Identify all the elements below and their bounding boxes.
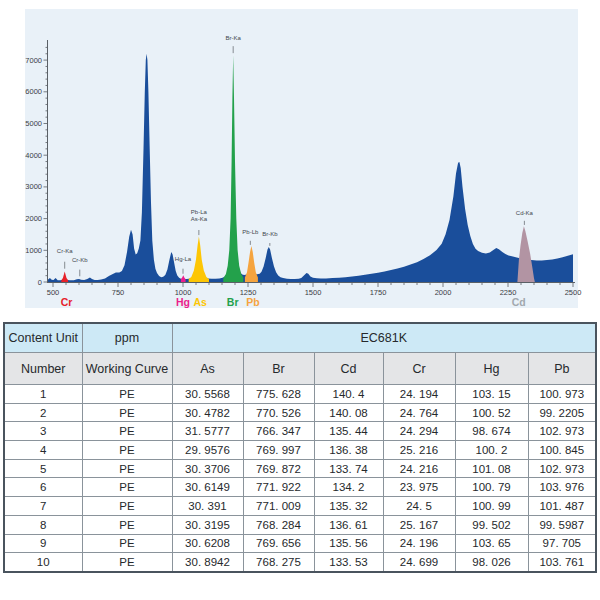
table-row: 4PE29. 9576769. 997136. 3825. 216100. 21… bbox=[4, 441, 596, 460]
y-tick-label: 1000 bbox=[25, 246, 42, 255]
table-cell: 24. 294 bbox=[383, 422, 455, 441]
table-cell: 1 bbox=[4, 385, 82, 404]
table-head: Content UnitppmEC681KNumberWorking Curve… bbox=[4, 323, 596, 385]
peak-label: Pb-La bbox=[191, 209, 208, 215]
table-row: 9PE30. 6208769. 656135. 5624. 196103. 65… bbox=[4, 534, 596, 553]
table-cell: 25. 167 bbox=[383, 515, 455, 534]
table-cell: 103. 976 bbox=[528, 478, 596, 497]
table-body: 1PE30. 5568775. 628140. 424. 194103. 151… bbox=[4, 385, 596, 572]
table-cell: 775. 628 bbox=[243, 385, 314, 404]
table-cell: 30. 4782 bbox=[172, 403, 243, 422]
column-header-cell: Number bbox=[4, 353, 82, 385]
table-cell: 768. 275 bbox=[243, 553, 314, 572]
table-cell: 30. 391 bbox=[172, 497, 243, 516]
table-cell: 100. 99 bbox=[455, 497, 528, 516]
table-cell: 24. 5 bbox=[383, 497, 455, 516]
table-cell: PE bbox=[82, 403, 172, 422]
table-cell: 103. 15 bbox=[455, 385, 528, 404]
table-cell: 30. 3706 bbox=[172, 459, 243, 478]
table-cell: 766. 347 bbox=[243, 422, 314, 441]
table-cell: 29. 9576 bbox=[172, 441, 243, 460]
table-cell: 136. 38 bbox=[314, 441, 383, 460]
table-cell: 24. 216 bbox=[383, 459, 455, 478]
element-label: Cr bbox=[61, 296, 73, 308]
table-cell: 9 bbox=[4, 534, 82, 553]
table-cell: 769. 997 bbox=[243, 441, 314, 460]
table-cell: 768. 284 bbox=[243, 515, 314, 534]
table-cell: PE bbox=[82, 441, 172, 460]
table-cell: 100. 52 bbox=[455, 403, 528, 422]
column-header-cell: Pb bbox=[528, 353, 596, 385]
table-cell: 769. 656 bbox=[243, 534, 314, 553]
y-tick-label: 6000 bbox=[25, 87, 42, 96]
table-cell: 8 bbox=[4, 515, 82, 534]
peak-label: Hg-La bbox=[175, 256, 192, 262]
x-tick-label: 750 bbox=[112, 288, 125, 297]
peak-label: Pb-Lb bbox=[242, 229, 259, 235]
table-row: 3PE31. 5777766. 347135. 4424. 29498. 674… bbox=[4, 422, 596, 441]
y-tick-label: 7000 bbox=[25, 56, 42, 65]
y-tick-label: 0 bbox=[38, 278, 42, 287]
element-label: As bbox=[193, 296, 207, 308]
element-label: Hg bbox=[176, 296, 190, 308]
table-cell: 24. 764 bbox=[383, 403, 455, 422]
table-cell: 30. 5568 bbox=[172, 385, 243, 404]
table-cell: PE bbox=[82, 385, 172, 404]
results-table-container: Content UnitppmEC681KNumberWorking Curve… bbox=[3, 322, 597, 573]
table-cell: 24. 699 bbox=[383, 553, 455, 572]
x-tick-label: 500 bbox=[47, 288, 60, 297]
table-cell: 769. 872 bbox=[243, 459, 314, 478]
table-cell: 24. 194 bbox=[383, 385, 455, 404]
column-header-cell: Working Curve bbox=[82, 353, 172, 385]
table-cell: 103. 65 bbox=[455, 534, 528, 553]
table-row: 1PE30. 5568775. 628140. 424. 194103. 151… bbox=[4, 385, 596, 404]
header-row-columns: NumberWorking CurveAsBrCdCrHgPb bbox=[4, 353, 596, 385]
table-cell: 10 bbox=[4, 553, 82, 572]
table-cell: 4 bbox=[4, 441, 82, 460]
peak-label: Cr-Ka bbox=[57, 248, 73, 254]
y-tick-label: 3000 bbox=[25, 182, 42, 191]
column-header-cell: Hg bbox=[455, 353, 528, 385]
xrf-report-page: 0100020003000400050006000700050075010001… bbox=[0, 0, 600, 600]
table-cell: 24. 196 bbox=[383, 534, 455, 553]
table-cell: 101. 08 bbox=[455, 459, 528, 478]
table-cell: 133. 53 bbox=[314, 553, 383, 572]
table-cell: 771. 009 bbox=[243, 497, 314, 516]
header-cell: EC681K bbox=[172, 323, 596, 353]
table-cell: 5 bbox=[4, 459, 82, 478]
table-cell: 771. 922 bbox=[243, 478, 314, 497]
table-cell: 100. 973 bbox=[528, 385, 596, 404]
table-cell: 100. 2 bbox=[455, 441, 528, 460]
table-cell: 135. 32 bbox=[314, 497, 383, 516]
peak-label: Cr-Kb bbox=[72, 257, 88, 263]
results-table: Content UnitppmEC681KNumberWorking Curve… bbox=[3, 322, 597, 573]
table-cell: 97. 705 bbox=[528, 534, 596, 553]
table-cell: 99. 5987 bbox=[528, 515, 596, 534]
table-cell: 140. 08 bbox=[314, 403, 383, 422]
table-cell: 133. 74 bbox=[314, 459, 383, 478]
table-row: 10PE30. 8942768. 275133. 5324. 69998. 02… bbox=[4, 553, 596, 572]
table-cell: 30. 8942 bbox=[172, 553, 243, 572]
table-cell: 100. 79 bbox=[455, 478, 528, 497]
table-cell: 99. 2205 bbox=[528, 403, 596, 422]
table-cell: PE bbox=[82, 515, 172, 534]
table-cell: 102. 973 bbox=[528, 422, 596, 441]
peak-label: As-Ka bbox=[191, 216, 208, 222]
column-header-cell: Br bbox=[243, 353, 314, 385]
table-cell: 2 bbox=[4, 403, 82, 422]
spectrum-svg: 0100020003000400050006000700050075010001… bbox=[0, 0, 600, 318]
table-cell: PE bbox=[82, 497, 172, 516]
table-cell: 101. 487 bbox=[528, 497, 596, 516]
table-cell: 31. 5777 bbox=[172, 422, 243, 441]
table-cell: 135. 56 bbox=[314, 534, 383, 553]
table-cell: 100. 845 bbox=[528, 441, 596, 460]
y-tick-label: 4000 bbox=[25, 151, 42, 160]
header-cell: ppm bbox=[82, 323, 172, 353]
y-tick-label: 5000 bbox=[25, 119, 42, 128]
table-cell: 23. 975 bbox=[383, 478, 455, 497]
table-cell: 25. 216 bbox=[383, 441, 455, 460]
table-cell: PE bbox=[82, 534, 172, 553]
table-cell: 98. 674 bbox=[455, 422, 528, 441]
peak-label: Cd-Ka bbox=[516, 210, 534, 216]
table-cell: PE bbox=[82, 422, 172, 441]
